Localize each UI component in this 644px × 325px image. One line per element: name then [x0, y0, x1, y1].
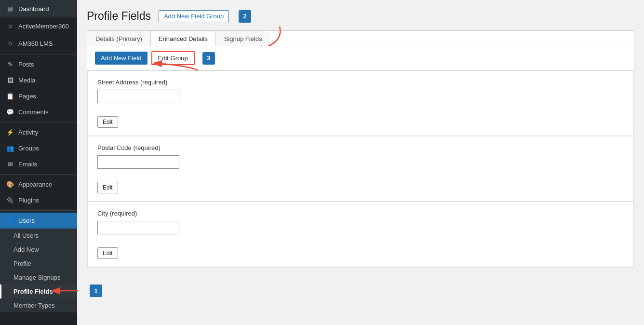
- sidebar-item-emails[interactable]: ✉ Emails: [0, 156, 77, 172]
- field-city-edit-button[interactable]: Edit: [97, 247, 118, 259]
- submenu-member-types[interactable]: Member Types: [0, 298, 77, 312]
- page-header: Profile Fields Add New Field Group 2: [87, 10, 634, 23]
- sidebar-item-am360lms[interactable]: ○ AM360 LMS: [0, 35, 77, 52]
- tab-enhanced-details[interactable]: Enhanced Details: [150, 31, 216, 46]
- users-icon: 👤: [6, 217, 14, 224]
- pages-icon: 📋: [6, 93, 14, 100]
- media-icon: 🖼: [6, 77, 14, 84]
- sidebar-divider-3: [0, 174, 77, 175]
- sidebar-item-pages[interactable]: 📋 Pages: [0, 88, 77, 104]
- edit-group-button[interactable]: Edit Group: [151, 51, 195, 65]
- field-postal-code-label: Postal Code (required): [97, 144, 624, 151]
- page-title: Profile Fields: [87, 10, 151, 23]
- sidebar-item-groups[interactable]: 👥 Groups: [0, 140, 77, 156]
- field-street-address-label: Street Address (required): [97, 79, 624, 86]
- field-postal-code-edit-button[interactable]: Edit: [97, 182, 118, 193]
- dashboard-icon: ⊞: [6, 5, 14, 13]
- submenu-profile-fields[interactable]: Profile Fields: [0, 284, 77, 298]
- appearance-icon: 🎨: [6, 181, 14, 188]
- sidebar-item-activity[interactable]: ⚡ Activity: [0, 124, 77, 140]
- submenu-profile[interactable]: Profile: [0, 257, 77, 271]
- tabs-wrapper: Details (Primary) Enhanced Details Signu…: [87, 30, 634, 46]
- toolbar: Add New Field Edit Group 3: [87, 46, 634, 70]
- field-postal-code-input[interactable]: [97, 155, 179, 169]
- content-area: Profile Fields Add New Field Group 2 Det…: [77, 0, 644, 325]
- fields-container: Street Address (required) Edit Postal Co…: [87, 70, 634, 268]
- field-street-address-edit-button[interactable]: Edit: [97, 116, 118, 128]
- sidebar-item-comments[interactable]: 💬 Comments: [0, 104, 77, 120]
- plugins-icon: 🔌: [6, 197, 14, 204]
- sidebar: ⊞ Dashboard ○ ActiveMember360 ○ AM360 LM…: [0, 0, 77, 325]
- sidebar-divider-4: [0, 210, 77, 211]
- sidebar-item-appearance[interactable]: 🎨 Appearance: [0, 176, 77, 192]
- sidebar-divider-2: [0, 122, 77, 122]
- sidebar-divider: [0, 54, 77, 54]
- sidebar-item-posts[interactable]: ✎ Posts: [0, 56, 77, 72]
- lms-icon: ○: [6, 40, 14, 47]
- sidebar-item-media[interactable]: 🖼 Media: [0, 72, 77, 88]
- submenu-add-new[interactable]: Add New: [0, 243, 77, 257]
- tabs-bar: Details (Primary) Enhanced Details Signu…: [87, 31, 634, 46]
- add-new-field-group-button[interactable]: Add New Field Group: [159, 10, 229, 22]
- activemember-icon: ○: [6, 22, 14, 30]
- main-content: Profile Fields Add New Field Group 2 Det…: [77, 0, 644, 325]
- emails-icon: ✉: [6, 161, 14, 168]
- field-street-address: Street Address (required) Edit: [87, 70, 634, 136]
- groups-icon: 👥: [6, 145, 14, 152]
- sidebar-item-users[interactable]: 👤 Users: [0, 213, 77, 229]
- posts-icon: ✎: [6, 61, 14, 68]
- comments-icon: 💬: [6, 108, 14, 116]
- step-badge-3: 3: [202, 52, 215, 65]
- tab-signup-fields[interactable]: Signup Fields: [216, 31, 270, 46]
- sidebar-item-activemember360[interactable]: ○ ActiveMember360: [0, 17, 77, 35]
- add-new-field-button[interactable]: Add New Field: [95, 52, 148, 65]
- submenu-all-users[interactable]: All Users: [0, 229, 77, 243]
- tab-details-primary[interactable]: Details (Primary): [87, 31, 150, 46]
- submenu-manage-signups[interactable]: Manage Signups: [0, 271, 77, 284]
- field-street-address-input[interactable]: [97, 90, 179, 103]
- sidebar-item-plugins[interactable]: 🔌 Plugins: [0, 192, 77, 208]
- field-city-label: City (required): [97, 210, 624, 217]
- field-city-input[interactable]: [97, 221, 179, 234]
- field-postal-code: Postal Code (required) Edit: [87, 136, 634, 202]
- sidebar-item-dashboard[interactable]: ⊞ Dashboard: [0, 0, 77, 17]
- activity-icon: ⚡: [6, 129, 14, 136]
- step-badge-2: 2: [239, 10, 251, 23]
- users-submenu: All Users Add New Profile Manage Signups…: [0, 229, 77, 312]
- field-city: City (required) Edit: [87, 202, 634, 267]
